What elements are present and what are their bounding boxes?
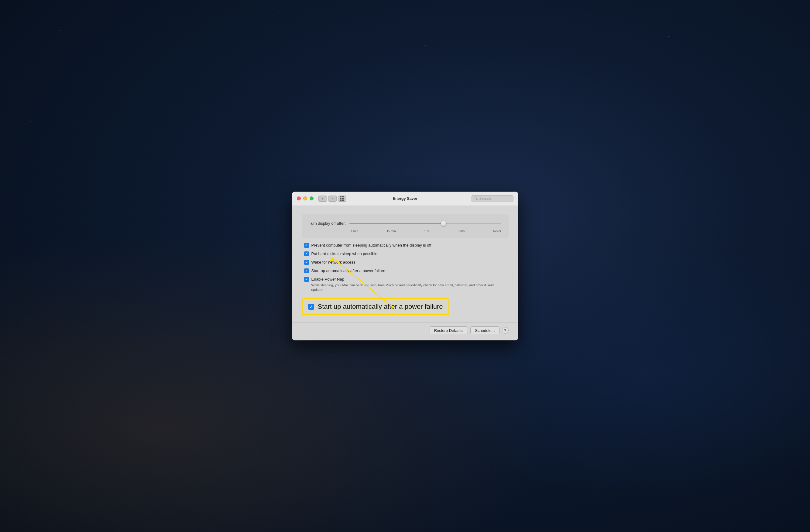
schedule-button[interactable]: Schedule... (470, 327, 499, 334)
grid-icon (340, 196, 344, 201)
slider-row: Turn display off after: (309, 220, 501, 227)
back-button[interactable]: ‹ (319, 196, 327, 202)
slider-section: Turn display off after: 1 min 15 min 1 h… (302, 214, 508, 238)
maximize-button[interactable] (310, 197, 313, 200)
network-access-checkbox[interactable]: ✓ (304, 260, 309, 265)
tick-1hr: 1 hr (424, 230, 429, 233)
slider-track[interactable] (350, 223, 501, 224)
close-button[interactable] (297, 197, 301, 200)
checkmark-icon: ✓ (305, 269, 308, 273)
checkmark-icon: ✓ (305, 261, 308, 264)
checkmark-icon: ✓ (305, 244, 308, 247)
prevent-sleep-checkbox[interactable]: ✓ (304, 243, 309, 248)
checkbox-power-failure: ✓ Start up automatically after a power f… (304, 268, 506, 273)
back-icon: ‹ (322, 197, 323, 201)
power-nap-checkbox[interactable]: ✓ (304, 277, 309, 282)
tick-3hrs: 3 hrs (458, 230, 465, 233)
power-nap-text-block: Enable Power Nap While sleeping, your Ma… (311, 277, 506, 292)
network-access-label: Wake for network access (311, 260, 355, 265)
callout-box: ✓ Start up automatically after a power f… (302, 298, 449, 315)
nav-buttons: ‹ › (319, 196, 337, 202)
prevent-sleep-label: Prevent computer from sleeping automatic… (311, 243, 432, 248)
grid-button[interactable] (338, 196, 346, 202)
forward-icon: › (332, 197, 333, 201)
slider-labels: 1 min 15 min 1 hr 3 hrs Never (309, 230, 501, 233)
restore-defaults-button[interactable]: Restore Defaults (430, 327, 468, 334)
power-failure-label: Start up automatically after a power fai… (311, 268, 386, 273)
checkmark-icon: ✓ (305, 252, 308, 255)
checkboxes-section: ✓ Prevent computer from sleeping automat… (302, 243, 508, 293)
callout-checkbox[interactable]: ✓ (308, 304, 314, 310)
window-title: Energy Saver (393, 196, 418, 201)
checkbox-network-access: ✓ Wake for network access (304, 260, 506, 265)
power-nap-sublabel: While sleeping, your Mac can back up usi… (311, 283, 506, 293)
callout-label: Start up automatically after a power fai… (318, 303, 443, 311)
tick-1min: 1 min (351, 230, 358, 233)
search-input[interactable]: Search (480, 197, 511, 201)
checkmark-icon: ✓ (305, 278, 308, 281)
content-area: Turn display off after: 1 min 15 min 1 h… (292, 206, 518, 323)
slider-thumb[interactable] (441, 221, 446, 226)
search-box[interactable]: 🔍 Search (471, 195, 514, 202)
tick-15min: 15 min (387, 230, 396, 233)
energy-saver-window: ‹ › Energy Saver 🔍 Search Turn display o… (292, 192, 518, 341)
help-button[interactable]: ? (502, 327, 508, 334)
power-failure-checkbox[interactable]: ✓ (304, 268, 309, 273)
callout-checkmark-icon: ✓ (309, 304, 313, 309)
slider-container (350, 220, 501, 227)
tick-never: Never (493, 230, 501, 233)
traffic-lights (297, 197, 313, 200)
checkbox-prevent-sleep: ✓ Prevent computer from sleeping automat… (304, 243, 506, 248)
title-bar: ‹ › Energy Saver 🔍 Search (292, 192, 518, 206)
checkbox-power-nap: ✓ Enable Power Nap While sleeping, your … (304, 277, 506, 292)
search-icon: 🔍 (474, 197, 478, 200)
minimize-button[interactable] (303, 197, 307, 200)
bottom-bar: Restore Defaults Schedule... ? (292, 323, 518, 340)
slider-label: Turn display off after: (309, 221, 346, 226)
checkbox-hard-disks: ✓ Put hard disks to sleep when possible (304, 251, 506, 256)
callout-container: ✓ Start up automatically after a power f… (302, 298, 508, 315)
hard-disks-checkbox[interactable]: ✓ (304, 251, 309, 256)
forward-button[interactable]: › (328, 196, 337, 202)
hard-disks-label: Put hard disks to sleep when possible (311, 251, 378, 256)
power-nap-label: Enable Power Nap (311, 277, 506, 282)
